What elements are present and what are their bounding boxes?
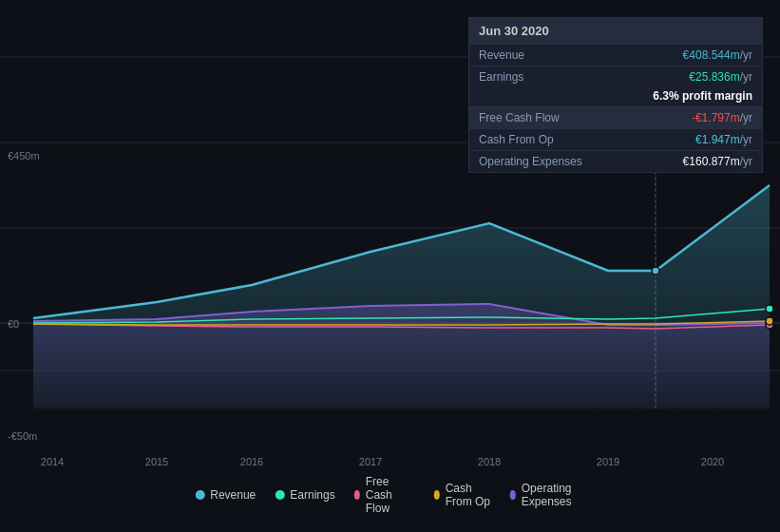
x-label-2015: 2015: [145, 456, 168, 467]
legend-opex-dot: [510, 490, 516, 500]
tooltip-opex-row: Operating Expenses €160.877m/yr: [469, 150, 762, 172]
legend-fcf-label: Free Cash Flow: [366, 475, 415, 515]
legend-revenue-label: Revenue: [210, 488, 256, 502]
svg-point-8: [766, 305, 773, 313]
tooltip-fcf-row: Free Cash Flow -€1.797m/yr: [469, 106, 762, 128]
tooltip-opex-label: Operating Expenses: [479, 155, 582, 168]
legend-revenue-dot: [195, 490, 204, 500]
legend-earnings-dot: [275, 490, 284, 500]
legend: Revenue Earnings Free Cash Flow Cash Fro…: [195, 475, 585, 515]
y-label-450m: €450m: [8, 150, 40, 162]
tooltip-revenue-row: Revenue €408.544m/yr: [469, 44, 762, 66]
tooltip-earnings-label: Earnings: [479, 70, 523, 84]
tooltip-header: Jun 30 2020: [469, 18, 762, 44]
legend-opex-label: Operating Expenses: [522, 482, 585, 508]
tooltip-cashfromop-label: Cash From Op: [479, 133, 554, 146]
legend-cashfromop-label: Cash From Op: [446, 482, 491, 508]
legend-revenue[interactable]: Revenue: [195, 488, 256, 502]
tooltip-opex-value: €160.877m/yr: [683, 155, 752, 168]
tooltip-fcf-label: Free Cash Flow: [479, 111, 560, 124]
y-label-0: €0: [8, 318, 19, 330]
tooltip-cashfromop-row: Cash From Op €1.947m/yr: [469, 128, 762, 150]
x-label-2020: 2020: [701, 456, 724, 467]
tooltip-revenue-label: Revenue: [479, 48, 524, 62]
tooltip-cashfromop-value: €1.947m/yr: [695, 133, 752, 146]
legend-earnings-label: Earnings: [290, 488, 334, 502]
legend-fcf-dot: [354, 490, 360, 500]
legend-cashfromop-dot: [434, 490, 440, 500]
tooltip-revenue-value: €408.544m/yr: [683, 48, 752, 62]
svg-point-6: [652, 267, 659, 275]
svg-point-10: [766, 317, 773, 325]
tooltip-earnings-value: €25.836m/yr: [689, 70, 752, 84]
y-label-neg50m: -€50m: [8, 430, 37, 442]
x-label-2016: 2016: [240, 456, 263, 467]
profit-margin-value: 6.3% profit margin: [653, 89, 752, 103]
legend-cashfromop[interactable]: Cash From Op: [434, 482, 491, 508]
tooltip-fcf-value: -€1.797m/yr: [692, 111, 752, 124]
x-label-2019: 2019: [597, 456, 619, 467]
legend-opex[interactable]: Operating Expenses: [510, 482, 585, 508]
legend-fcf[interactable]: Free Cash Flow: [354, 475, 415, 515]
chart-container: €450m €0 -€50m 2014 2015 2016 2017 2018 …: [0, 0, 780, 532]
tooltip-earnings-row: Earnings €25.836m/yr: [469, 66, 762, 87]
profit-margin-row: 6.3% profit margin: [469, 87, 762, 106]
x-label-2014: 2014: [41, 456, 64, 467]
legend-earnings[interactable]: Earnings: [275, 488, 334, 502]
x-label-2017: 2017: [359, 456, 382, 467]
tooltip-card: Jun 30 2020 Revenue €408.544m/yr Earning…: [468, 17, 763, 173]
x-label-2018: 2018: [478, 456, 501, 467]
